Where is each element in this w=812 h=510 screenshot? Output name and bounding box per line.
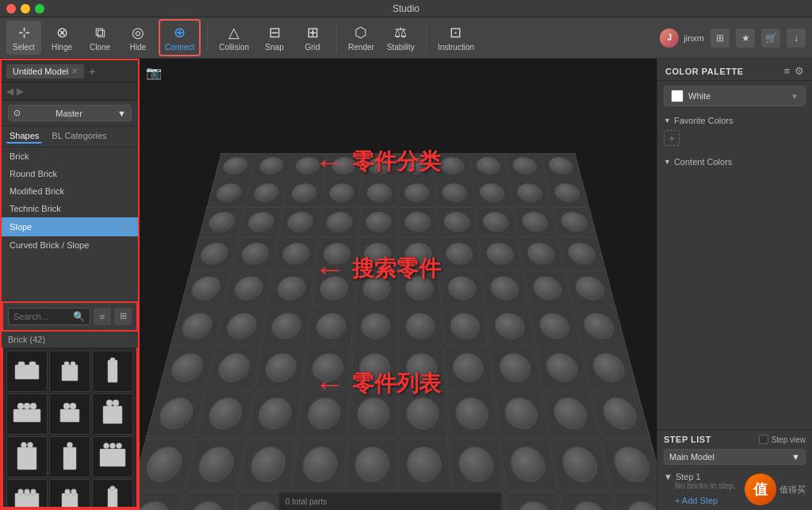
search-icon[interactable]: 🔍 (73, 311, 85, 322)
tab-close-button[interactable]: ✕ (71, 67, 78, 75)
favorite-star-icon[interactable]: ☆ (121, 221, 130, 232)
svg-point-14 (70, 403, 76, 409)
shape-item-round-brick[interactable]: Round Brick (2, 165, 138, 182)
toolbar-icon-btn-3[interactable]: 🛒 (761, 29, 780, 48)
toolbar-collision[interactable]: △ Collision (214, 21, 254, 55)
maximize-button[interactable] (35, 4, 44, 13)
toolbar: ⊹ Select ⊗ Hinge ⧉ Clone ◎ Hide ⊕ Connec… (0, 17, 812, 59)
lego-cell (435, 178, 474, 206)
toolbar-clone[interactable]: ⧉ Clone (82, 21, 117, 55)
tab-add-button[interactable]: + (84, 63, 100, 79)
toolbar-hide[interactable]: ◎ Hide (121, 21, 155, 55)
bl-categories-tab[interactable]: BL Categories (48, 129, 109, 144)
lego-cell (446, 389, 499, 437)
lego-cell (440, 270, 485, 306)
shapes-tab[interactable]: Shapes (6, 129, 42, 144)
toolbar-icon-btn-1[interactable]: ⊞ (710, 29, 730, 48)
part-cell-5[interactable] (49, 393, 90, 435)
step-view-checkbox[interactable] (759, 435, 768, 444)
step-view-toggle[interactable]: Step view (759, 435, 806, 444)
search-box: 🔍 (8, 308, 90, 325)
tab-untitled-model[interactable]: Untitled Model ✕ (6, 64, 84, 79)
select-icon: ⊹ (18, 24, 30, 41)
part-cell-9[interactable] (92, 436, 133, 477)
part-cell-10[interactable] (6, 479, 48, 509)
step-list-header: STEP LIST Step view (664, 435, 806, 444)
content-colors-header[interactable]: ▼ Content Colors (664, 155, 806, 168)
part-cell-1[interactable] (6, 351, 48, 392)
search-input[interactable] (13, 312, 70, 321)
tab-bar: Untitled Model ✕ + (2, 60, 138, 82)
part-cell-4[interactable] (6, 393, 48, 435)
lego-cell (552, 207, 597, 237)
grid-view-button[interactable]: ⊞ (114, 308, 132, 325)
part-cell-2[interactable] (49, 351, 90, 392)
color-selector[interactable]: White ▼ (664, 86, 806, 106)
left-panel: Untitled Model ✕ + ◀ ▶ ⊙ Master ▼ Shapes… (0, 59, 140, 510)
lego-cell (514, 207, 557, 237)
toolbar-instruction[interactable]: ⊡ Instruction (433, 21, 479, 55)
shape-item-slope[interactable]: Slope ☆ (2, 217, 138, 236)
toolbar-grid[interactable]: ⊞ Grid (295, 21, 330, 55)
lego-stud (307, 397, 342, 429)
lego-stud (498, 353, 532, 382)
lego-stud (316, 313, 347, 339)
lego-stud (168, 353, 205, 382)
toolbar-connect[interactable]: ⊕ Connect (159, 19, 201, 56)
toolbar-select[interactable]: ⊹ Select (6, 21, 41, 55)
list-view-button[interactable]: ≡ (94, 308, 111, 325)
lego-stud (140, 501, 173, 510)
part-cell-6[interactable] (92, 393, 133, 435)
toolbar-snap[interactable]: ⊟ Snap (257, 21, 292, 55)
model-dropdown[interactable]: ⊙ Master ▼ (8, 105, 132, 121)
favorite-colors-header[interactable]: ▼ Favorite Colors (664, 114, 806, 127)
settings-icon[interactable]: ⚙ (795, 65, 804, 77)
close-button[interactable] (6, 4, 16, 13)
toolbar-hinge[interactable]: ⊗ Hinge (44, 21, 79, 55)
lego-cell (146, 389, 205, 437)
svg-point-20 (28, 442, 33, 447)
toolbar-icon-btn-2[interactable]: ★ (736, 29, 755, 48)
shape-item-brick[interactable]: Brick (2, 148, 138, 165)
part-cell-12[interactable] (92, 479, 133, 509)
add-favorite-color-button[interactable]: + (664, 130, 680, 146)
part-cell-8[interactable] (49, 436, 90, 477)
svg-point-10 (24, 403, 30, 409)
nav-back-icon[interactable]: ◀ (6, 86, 13, 97)
svg-point-9 (17, 403, 24, 409)
lego-baseplate[interactable] (140, 152, 657, 510)
lego-cell (315, 237, 358, 270)
lego-cell (398, 152, 435, 178)
lego-cell (581, 346, 638, 389)
lego-cell (565, 270, 615, 306)
lego-stud (509, 447, 548, 481)
lego-stud (547, 157, 575, 174)
part-cell-11[interactable] (49, 479, 90, 509)
lego-stud (493, 313, 526, 339)
nav-forward-icon[interactable]: ▶ (17, 86, 24, 97)
lego-stud (447, 276, 477, 300)
lego-cell (523, 270, 572, 306)
shape-item-modified-brick[interactable]: Modified Brick (2, 182, 138, 200)
lego-cell (399, 389, 449, 437)
lego-cell (362, 152, 398, 178)
part-cell-3[interactable] (92, 351, 133, 392)
shape-item-technic-brick[interactable]: Technic Brick (2, 200, 138, 217)
watermark: 值 值得买 (745, 474, 806, 505)
step-1-chevron: ▼ (664, 472, 672, 481)
main-model-dropdown[interactable]: Main Model ▼ (664, 449, 806, 465)
lego-stud (263, 353, 297, 382)
viewport: 📷 ← 零件分类 ← 搜索零件 ← 零件列表 0 total parts (140, 59, 657, 510)
lego-cell (292, 438, 347, 490)
lego-stud (276, 276, 307, 300)
part-grid-header: Brick (42) (2, 332, 138, 347)
lego-cell (159, 346, 215, 389)
shape-item-curved-brick-slope[interactable]: Curved Brick / Slope (2, 236, 138, 254)
toolbar-stability[interactable]: ⚖ Stability (382, 21, 419, 55)
lego-cell (546, 178, 589, 206)
toolbar-icon-btn-4[interactable]: ↓ (787, 29, 806, 48)
filter-icon[interactable]: ≡ (783, 65, 790, 77)
part-cell-7[interactable] (6, 436, 48, 477)
toolbar-render[interactable]: ⬡ Render (343, 21, 379, 55)
minimize-button[interactable] (21, 4, 30, 13)
